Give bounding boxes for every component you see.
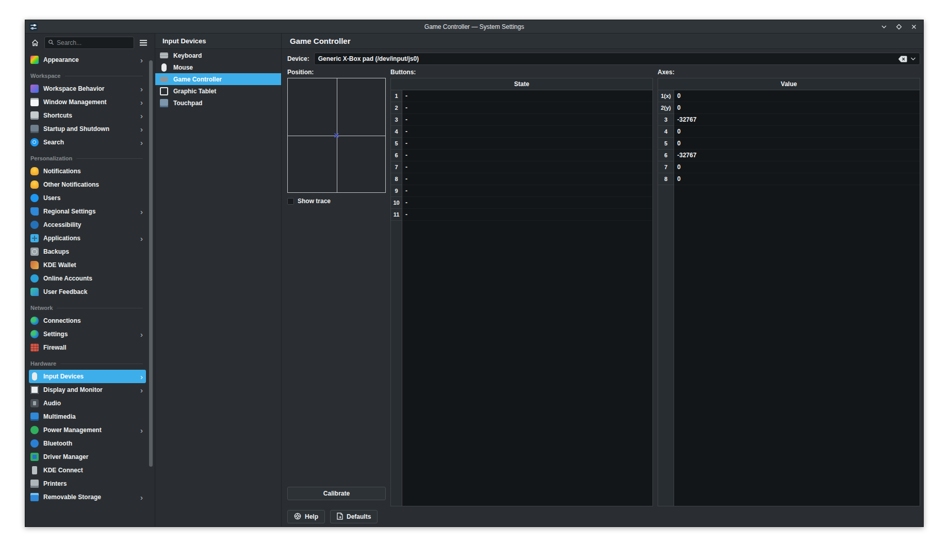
sidebar-item-kde-wallet[interactable]: KDE Wallet ›: [29, 258, 146, 272]
buttons-table: State 1234567891011 -----------: [390, 78, 653, 506]
sidebar-item-display-and-monitor[interactable]: Display and Monitor ›: [29, 383, 146, 397]
axes-label: Axes:: [658, 67, 920, 78]
sidebar-item-label: Hardware: [30, 360, 56, 367]
home-button[interactable]: [29, 37, 41, 49]
sidebar-item-other-notifications[interactable]: Other Notifications ›: [29, 178, 146, 191]
sidebar-item-regional-settings[interactable]: Regional Settings ›: [29, 205, 146, 218]
sidebar-item-user-feedback[interactable]: User Feedback ›: [29, 285, 146, 299]
search-box[interactable]: [44, 37, 134, 49]
menu-button[interactable]: [137, 37, 150, 49]
sidebar-item-power-management[interactable]: Power Management ›: [29, 423, 146, 437]
backups-icon: [30, 248, 39, 256]
help-button[interactable]: Help: [287, 510, 325, 523]
buttons-row-headers: 1234567891011: [391, 90, 402, 506]
sidebar-item-appearance[interactable]: Appearance ›: [29, 53, 146, 67]
sidebar-item-startup-and-shutdown[interactable]: Startup and Shutdown ›: [29, 122, 146, 136]
sidebar-item-printers[interactable]: Printers ›: [29, 477, 146, 490]
device-item-game-controller[interactable]: Game Controller: [155, 73, 281, 85]
sidebar-item-window-management[interactable]: Window Management ›: [29, 95, 146, 109]
minimize-button[interactable]: [881, 24, 887, 30]
sidebar-item-removable-storage[interactable]: Removable Storage ›: [29, 490, 146, 504]
sidebar: Appearance › Workspace › Workspace Beh: [25, 34, 155, 526]
sidebar-item-personalization[interactable]: Personalization ›: [29, 149, 146, 164]
sidebar-item-settings[interactable]: Settings ›: [29, 327, 146, 341]
sidebar-item-label: Other Notifications: [43, 181, 99, 188]
row-number: 8: [391, 173, 402, 185]
position-display: [287, 78, 386, 193]
button-state-cell: -: [402, 185, 652, 197]
chevron-right-icon: ›: [140, 235, 143, 242]
search-input[interactable]: [57, 39, 130, 46]
sidebar-item-users[interactable]: Users ›: [29, 191, 146, 205]
sidebar-item-driver-manager[interactable]: Driver Manager ›: [29, 450, 146, 464]
other-notifications-icon: [30, 180, 39, 189]
sidebar-item-backups[interactable]: Backups ›: [29, 245, 146, 258]
sidebar-item-connections[interactable]: Connections ›: [29, 314, 146, 327]
chevron-down-icon[interactable]: [910, 57, 916, 61]
show-trace-checkbox[interactable]: [287, 198, 294, 205]
row-number: 5: [391, 138, 402, 150]
row-number: 9: [391, 185, 402, 197]
display-and-monitor-icon: [30, 386, 39, 394]
sidebar-item-accessibility[interactable]: Accessibility ›: [29, 218, 146, 232]
axis-number: 7: [658, 161, 674, 173]
sidebar-item-notifications[interactable]: Notifications ›: [29, 164, 146, 178]
axes-table: Value 1(x)2(y)345678 00-3276700-3276700: [658, 78, 920, 506]
row-number: 2: [391, 102, 402, 114]
row-number: 4: [391, 126, 402, 138]
device-item-graphic-tablet[interactable]: Graphic Tablet: [155, 85, 281, 97]
shortcuts-icon: [30, 111, 39, 120]
show-trace-option[interactable]: Show trace: [287, 197, 386, 205]
buttons-label: Buttons:: [390, 67, 653, 78]
appearance-icon: [30, 56, 39, 64]
maximize-button[interactable]: [896, 24, 902, 30]
sidebar-item-label: Input Devices: [43, 373, 84, 380]
calibrate-button[interactable]: Calibrate: [287, 487, 386, 500]
sidebar-item-workspace-behavior[interactable]: Workspace Behavior ›: [29, 82, 146, 95]
sidebar-item-bluetooth[interactable]: Bluetooth ›: [29, 437, 146, 450]
sidebar-item-applications[interactable]: Applications ›: [29, 232, 146, 245]
sidebar-scrollbar[interactable]: [149, 60, 153, 467]
chevron-right-icon: ›: [140, 85, 143, 93]
device-item-touchpad[interactable]: Touchpad: [155, 97, 281, 109]
device-combobox-value: Generic X-Box pad (/dev/input/js0): [318, 55, 895, 62]
axis-number: 3: [658, 114, 674, 126]
axis-value-cell: 0: [674, 138, 920, 150]
axis-number: 5: [658, 138, 674, 150]
driver-manager-icon: [30, 453, 39, 461]
sidebar-item-label: Printers: [43, 480, 67, 487]
sidebar-item-audio[interactable]: Audio ›: [29, 397, 146, 410]
sidebar-item-label: Appearance: [43, 56, 79, 63]
position-label: Position:: [287, 67, 386, 78]
kde-connect-icon: [32, 466, 37, 474]
close-button[interactable]: [911, 24, 917, 30]
clear-icon[interactable]: [898, 56, 907, 62]
settings-icon: [30, 330, 39, 338]
notifications-icon: [30, 167, 39, 175]
sidebar-item-online-accounts[interactable]: Online Accounts ›: [29, 272, 146, 285]
sidebar-item-hardware[interactable]: Hardware ›: [29, 354, 146, 370]
defaults-button[interactable]: Defaults: [330, 510, 378, 523]
sidebar-item-search[interactable]: Search ›: [29, 136, 146, 149]
button-state-cell: -: [402, 161, 652, 173]
sidebar-item-label: Workspace Behavior: [43, 85, 105, 92]
sidebar-item-shortcuts[interactable]: Shortcuts ›: [29, 109, 146, 122]
device-item-mouse[interactable]: Mouse: [155, 61, 281, 73]
sidebar-item-workspace[interactable]: Workspace ›: [29, 67, 146, 82]
sidebar-item-label: Window Management: [43, 98, 107, 106]
sidebar-item-kde-connect[interactable]: KDE Connect ›: [29, 464, 146, 477]
multimedia-icon: [30, 413, 39, 421]
sidebar-item-network[interactable]: Network ›: [29, 299, 146, 314]
section-divider: [57, 308, 143, 308]
page-title: Game Controller: [282, 34, 923, 49]
sidebar-item-input-devices[interactable]: Input Devices ›: [29, 370, 146, 383]
device-list: Keyboard Mouse Game Controller G: [155, 49, 281, 109]
row-number: 3: [391, 114, 402, 126]
device-combobox[interactable]: Generic X-Box pad (/dev/input/js0): [314, 53, 920, 65]
device-item-keyboard[interactable]: Keyboard: [155, 50, 281, 61]
sidebar-item-label: Multimedia: [43, 413, 76, 420]
chevron-right-icon: ›: [140, 373, 143, 381]
sidebar-item-multimedia[interactable]: Multimedia ›: [29, 410, 146, 423]
sidebar-item-firewall[interactable]: Firewall ›: [29, 341, 146, 354]
workspace-behavior-icon: [30, 85, 39, 93]
